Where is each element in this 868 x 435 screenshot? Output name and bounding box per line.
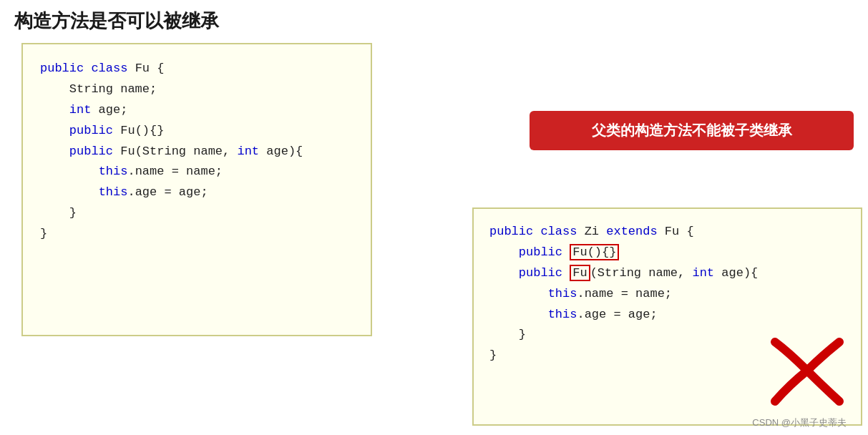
code-line-1: public class Fu { — [40, 59, 353, 79]
code-line-6: this.name = name; — [40, 162, 353, 182]
code-line-2: String name; — [40, 79, 353, 100]
code-line-4: public Fu(){} — [40, 121, 353, 142]
right-code-line-6: } — [489, 325, 845, 346]
label-banner: 父类的构造方法不能被子类继承 — [530, 111, 854, 150]
right-code-line-7: } — [489, 346, 845, 366]
code-line-3: int age; — [40, 100, 353, 121]
page-title: 构造方法是否可以被继承 — [14, 9, 219, 34]
code-line-9: } — [40, 224, 353, 245]
left-code-box: public class Fu { String name; int age; … — [21, 43, 372, 336]
right-code-line-2: public Fu(){} — [489, 243, 845, 263]
right-code-line-5: this.age = age; — [489, 305, 845, 326]
watermark: CSDN @小黑子史蒂夫 — [752, 416, 847, 429]
right-code-line-4: this.name = name; — [489, 284, 845, 305]
code-line-7: this.age = age; — [40, 182, 353, 203]
code-line-8: } — [40, 203, 353, 224]
right-code-box: public class Zi extends Fu { public Fu()… — [472, 207, 862, 426]
right-code-line-1: public class Zi extends Fu { — [489, 222, 845, 243]
right-code-line-3: public Fu(String name, int age){ — [489, 263, 845, 284]
code-line-5: public Fu(String name, int age){ — [40, 142, 353, 162]
